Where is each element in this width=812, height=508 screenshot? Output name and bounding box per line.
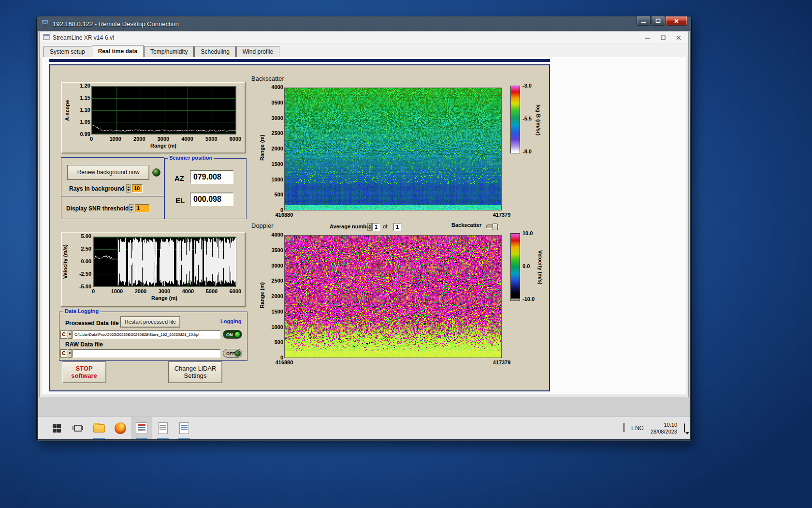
file-explorer-button[interactable] xyxy=(88,417,110,439)
tick-label: 3000 xyxy=(272,115,283,121)
rdp-maximize-button[interactable] xyxy=(651,16,665,26)
of-label: of xyxy=(383,224,387,229)
stop-software-button[interactable]: STOP software xyxy=(62,361,106,383)
backscatter-y-ticks: 40003500300025002000150010005000 xyxy=(267,84,283,213)
backscatter-display-toggle[interactable] xyxy=(486,224,499,229)
text-editor-button[interactable] xyxy=(174,417,195,439)
tick-label: 2000 xyxy=(132,288,149,294)
processed-logging-toggle-label: ON xyxy=(226,332,233,337)
snr-threshold-field[interactable]: 1 xyxy=(135,204,149,212)
rays-spinner[interactable] xyxy=(126,184,130,193)
tick-label: 500 xyxy=(275,339,283,345)
tick-label: 0.0 xyxy=(522,263,530,269)
raw-logging-toggle[interactable]: OFF xyxy=(223,349,242,358)
tray-expand-chevron[interactable] xyxy=(624,424,624,433)
raw-path-field[interactable] xyxy=(72,349,220,358)
app-content: A-scope 1.201.151.101.050.99 01000200030… xyxy=(42,57,686,394)
raw-toggle-knob xyxy=(234,350,241,357)
tick-label: 0 xyxy=(85,288,102,294)
tick-label: 1000 xyxy=(108,288,126,294)
ascope-plot xyxy=(91,86,236,134)
rays-in-background-label: Rays in background xyxy=(69,185,125,192)
tab-temp-humidity[interactable]: Temp/humidity xyxy=(144,46,194,57)
processed-path-browse-icon[interactable] xyxy=(68,330,72,339)
start-button[interactable] xyxy=(46,417,67,439)
tab-scheduling[interactable]: Scheduling xyxy=(194,46,235,57)
tick-label: 416880 xyxy=(274,212,295,218)
action-center-button[interactable] xyxy=(684,424,685,433)
tick-label: 0.00 xyxy=(81,258,91,264)
tick-label: 2000 xyxy=(272,146,283,151)
tick-label: 1000 xyxy=(107,136,124,142)
raw-drive-button[interactable]: C xyxy=(60,349,67,358)
processed-path-field[interactable]: C:\Lidar\Data\Proc\2023\202308\20230828\… xyxy=(72,330,220,339)
average-total-field[interactable]: 1 xyxy=(393,223,401,231)
notification-icon xyxy=(684,423,685,433)
rdp-window: 192.168.0.122 - Remote Desktop Connectio… xyxy=(36,16,692,441)
language-indicator[interactable]: ENG xyxy=(631,425,644,432)
tick-label: 3000 xyxy=(155,136,172,142)
app-close-button[interactable] xyxy=(671,31,686,44)
tick-label: 4000 xyxy=(179,288,197,294)
ascope-y-axis-label: A-scope xyxy=(64,86,70,134)
backscatter-display-toggle-knob xyxy=(493,224,498,230)
rdp-titlebar[interactable]: 192.168.0.122 - Remote Desktop Connectio… xyxy=(37,16,691,31)
task-view-button[interactable] xyxy=(67,417,88,439)
background-status-led xyxy=(152,168,160,177)
app-titlebar[interactable]: StreamLine XR v14-6.vi xyxy=(40,31,688,44)
processed-logging-toggle[interactable]: ON xyxy=(223,330,242,339)
az-label: AZ xyxy=(174,174,184,182)
doppler-heatmap-canvas xyxy=(285,236,501,358)
ascope-y-ticks: 1.201.151.101.050.99 xyxy=(74,83,90,137)
backscatter-colorbar-label: log B (/m/sr) xyxy=(536,89,541,151)
taskbar-date: 28/08/2023 xyxy=(651,428,677,435)
desktop-background: 192.168.0.122 - Remote Desktop Connectio… xyxy=(0,0,812,508)
tick-label: 1.15 xyxy=(80,95,90,101)
tick-label: 3500 xyxy=(272,100,283,105)
raw-logging-toggle-label: OFF xyxy=(226,351,235,356)
velocity-x-ticks: 0100020003000400050006000 xyxy=(85,288,244,294)
stop-software-line2: software xyxy=(71,373,97,380)
tick-label: 2000 xyxy=(272,293,283,299)
rdp-close-button[interactable] xyxy=(666,16,687,26)
tick-label: 4000 xyxy=(272,84,283,90)
snr-spinner[interactable] xyxy=(129,204,133,212)
doppler-x-ticks: 416880417379 xyxy=(274,359,512,365)
raw-path-browse-icon[interactable] xyxy=(68,349,72,358)
taskbar-clock[interactable]: 10:10 28/08/2023 xyxy=(651,421,677,435)
doppler-colorbar xyxy=(510,233,520,301)
tab-real-time-data[interactable]: Real time data xyxy=(92,45,144,57)
tick-label: 500 xyxy=(275,192,283,197)
tick-label: 3500 xyxy=(272,247,283,253)
backscatter-section-title: Backscatter xyxy=(251,75,284,82)
tick-label: 5.00 xyxy=(81,233,91,239)
tab-system-setup[interactable]: System setup xyxy=(44,46,91,57)
rdp-minimize-button[interactable] xyxy=(637,16,651,26)
renew-background-button[interactable]: Renew background now xyxy=(67,165,149,180)
change-lidar-settings-button[interactable]: Change LiDAR Settings xyxy=(168,361,222,383)
average-number-field[interactable]: 1 xyxy=(372,223,380,231)
tick-label: -8.0 xyxy=(522,149,532,154)
firefox-button[interactable] xyxy=(110,417,131,439)
app-minimize-button[interactable] xyxy=(640,31,655,44)
processed-toggle-knob xyxy=(234,331,241,338)
windows-logo-icon xyxy=(53,424,61,433)
average-number-spinner[interactable] xyxy=(367,223,372,231)
average-number-label: Average number xyxy=(330,224,371,229)
processed-drive-button[interactable]: C xyxy=(60,330,67,339)
restart-processed-file-button[interactable]: Restart processed file xyxy=(120,316,180,328)
tick-label: 5000 xyxy=(203,288,220,294)
tick-label: 2500 xyxy=(272,278,283,284)
backscatter-colorbar xyxy=(510,86,520,153)
data-logging-group: Data Logging Processed Data file Restart… xyxy=(59,312,247,361)
chevron-up-icon xyxy=(624,423,624,432)
tab-wind-profile[interactable]: Wind profile xyxy=(236,46,279,57)
streamline-app-button[interactable] xyxy=(131,417,152,439)
app-window-title: StreamLine XR v14-6.vi xyxy=(53,34,114,41)
rays-in-background-field[interactable]: 10 xyxy=(132,184,143,193)
scan-scheduler-button[interactable] xyxy=(152,417,174,439)
ascope-plot-canvas xyxy=(92,87,236,134)
tick-label: 4000 xyxy=(272,232,283,238)
scanner-position-group: Scanner position AZ 079.008 EL 000.098 xyxy=(164,158,246,219)
app-maximize-button[interactable] xyxy=(655,31,671,44)
